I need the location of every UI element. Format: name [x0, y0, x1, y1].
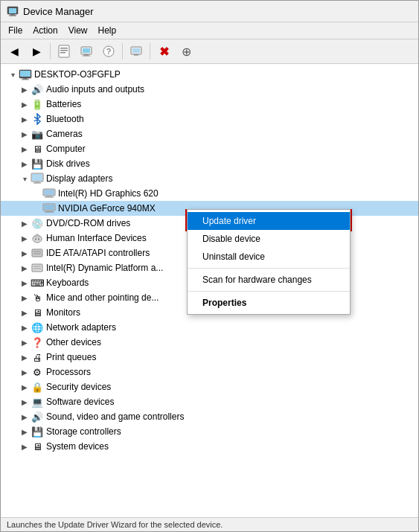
network-expand[interactable]: ▶: [19, 321, 31, 333]
toolbar-sep2: [122, 43, 123, 60]
tree-item-network[interactable]: ▶ 🌐 Network adapters: [1, 320, 418, 335]
tree-item-disk[interactable]: ▶ 💾 Disk drives: [1, 156, 418, 171]
batteries-expand[interactable]: ▶: [19, 98, 31, 110]
toolbar-back-button[interactable]: ◀: [4, 42, 25, 61]
system-expand[interactable]: ▶: [19, 440, 31, 452]
mice-expand[interactable]: ▶: [19, 292, 31, 304]
svg-rect-42: [33, 266, 41, 267]
monitors-label: Monitors: [46, 307, 80, 318]
toolbar: ◀ ▶ ?: [1, 39, 418, 64]
toolbar-help-button[interactable]: ?: [98, 42, 119, 61]
root-icon: [19, 68, 32, 80]
ctx-sep1: [188, 268, 350, 269]
svg-rect-26: [44, 190, 54, 195]
svg-rect-16: [134, 54, 138, 56]
tree-item-intel-hd[interactable]: Intel(R) HD Graphics 620: [1, 186, 418, 201]
svg-rect-11: [83, 56, 90, 57]
svg-rect-3: [9, 16, 16, 16]
menu-view[interactable]: View: [64, 24, 92, 37]
svg-rect-1: [9, 8, 16, 13]
sound-label: Sound, video and game controllers: [46, 411, 184, 422]
computer-expand[interactable]: ▶: [19, 143, 31, 155]
monitors-expand[interactable]: ▶: [19, 307, 31, 318]
tree-item-audio[interactable]: ▶ 🔊 Audio inputs and outputs: [1, 82, 418, 97]
toolbar-scan-button[interactable]: [126, 42, 147, 61]
processors-expand[interactable]: ▶: [19, 366, 31, 378]
menu-file[interactable]: File: [4, 24, 27, 37]
ctx-update-driver[interactable]: Update driver: [188, 212, 350, 230]
root-expand[interactable]: ▾: [7, 68, 19, 80]
ctx-scan-hardware[interactable]: Scan for hardware changes: [188, 271, 350, 289]
svg-rect-40: [33, 253, 41, 254]
toolbar-delete-button[interactable]: ✖: [153, 42, 174, 61]
disk-label: Disk drives: [46, 158, 90, 169]
storage-expand[interactable]: ▶: [19, 426, 31, 438]
processors-label: Processors: [46, 367, 91, 377]
disk-expand[interactable]: ▶: [19, 158, 31, 170]
display-expand[interactable]: ▾: [19, 173, 31, 185]
ide-icon: [31, 247, 44, 259]
ctx-disable-device[interactable]: Disable device: [188, 230, 350, 248]
menu-action[interactable]: Action: [28, 24, 62, 37]
svg-rect-23: [35, 182, 39, 183]
security-expand[interactable]: ▶: [19, 381, 31, 393]
other-icon: ❓: [31, 336, 44, 348]
storage-label: Storage controllers: [46, 426, 121, 437]
tree-item-sound[interactable]: ▶ 🔊 Sound, video and game controllers: [1, 409, 418, 424]
tree-item-security[interactable]: ▶ 🔒 Security devices: [1, 379, 418, 394]
svg-rect-35: [34, 237, 40, 237]
computer-label: Computer: [46, 144, 86, 154]
ctx-uninstall-device[interactable]: Uninstall device: [188, 248, 350, 266]
tree-item-print[interactable]: ▶ 🖨 Print queues: [1, 350, 418, 365]
hid-icon: [31, 232, 44, 244]
other-expand[interactable]: ▶: [19, 336, 31, 348]
tree-item-other[interactable]: ▶ ❓ Other devices: [1, 335, 418, 350]
tree-item-cameras[interactable]: ▶ 📷 Cameras: [1, 126, 418, 141]
tree-item-processors[interactable]: ▶ ⚙ Processors: [1, 365, 418, 379]
tree-item-batteries[interactable]: ▶ 🔋 Batteries: [1, 97, 418, 112]
tree-root[interactable]: ▾ DESKTOP-O3FGFLP: [1, 67, 418, 82]
keyboards-expand[interactable]: ▶: [19, 277, 31, 289]
hid-expand[interactable]: ▶: [19, 232, 31, 244]
toolbar-refresh-button[interactable]: ⊕: [176, 42, 196, 61]
dvd-icon: 💿: [31, 217, 44, 229]
menu-help[interactable]: Help: [94, 24, 121, 37]
audio-label: Audio inputs and outputs: [46, 84, 144, 94]
title-bar-text: Device Manager: [23, 6, 94, 17]
intel-plat-expand[interactable]: ▶: [19, 262, 31, 274]
toolbar-properties-button[interactable]: [54, 42, 74, 61]
svg-rect-22: [32, 174, 42, 181]
sound-expand[interactable]: ▶: [19, 411, 31, 423]
bluetooth-icon: [31, 113, 44, 125]
dvd-expand[interactable]: ▶: [19, 217, 31, 229]
bluetooth-expand[interactable]: ▶: [19, 113, 31, 125]
cameras-label: Cameras: [46, 129, 83, 139]
svg-rect-43: [33, 268, 41, 269]
keyboards-icon: ⌨: [31, 277, 44, 289]
system-icon: 🖥: [31, 440, 44, 452]
software-label: Software devices: [46, 397, 114, 407]
print-expand[interactable]: ▶: [19, 351, 31, 363]
audio-icon: 🔊: [31, 83, 44, 95]
toolbar-forward-button[interactable]: ▶: [26, 42, 47, 61]
tree-item-software[interactable]: ▶ 💻 Software devices: [1, 394, 418, 409]
svg-rect-37: [38, 238, 39, 240]
tree-item-computer[interactable]: ▶ 🖥 Computer: [1, 141, 418, 156]
svg-rect-6: [60, 50, 68, 51]
svg-text:?: ?: [106, 47, 112, 56]
toolbar-update-driver-button[interactable]: [76, 42, 97, 61]
menu-bar: File Action View Help: [1, 22, 418, 39]
cameras-expand[interactable]: ▶: [19, 128, 31, 140]
tree-item-display[interactable]: ▾ Display adapters: [1, 171, 418, 186]
title-bar: Device Manager: [1, 1, 418, 22]
tree-item-storage[interactable]: ▶ 💾 Storage controllers: [1, 424, 418, 439]
ctx-sep2: [188, 291, 350, 292]
ide-expand[interactable]: ▶: [19, 247, 31, 259]
root-label: DESKTOP-O3FGFLP: [34, 69, 121, 80]
audio-expand[interactable]: ▶: [19, 83, 31, 95]
software-icon: 💻: [31, 396, 44, 408]
ctx-properties[interactable]: Properties: [188, 294, 350, 312]
software-expand[interactable]: ▶: [19, 396, 31, 408]
tree-item-bluetooth[interactable]: ▶ Bluetooth: [1, 112, 418, 126]
tree-item-system[interactable]: ▶ 🖥 System devices: [1, 439, 418, 454]
